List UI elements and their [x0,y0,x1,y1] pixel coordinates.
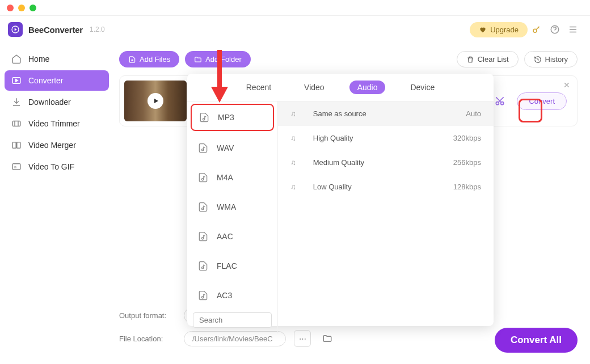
add-files-button[interactable]: Add Files [119,51,179,67]
merger-icon [11,140,22,150]
quality-row-medium[interactable]: ♫ Medium Quality 256kbps [278,150,494,175]
scissors-icon [494,95,505,107]
app-name: BeeConverter [28,25,83,35]
quality-list: ♫ Same as source Auto ♫ High Quality 320… [278,101,494,333]
quality-row-low[interactable]: ♫ Low Quality 128kbps [278,175,494,199]
quality-rate: 128kbps [453,183,481,191]
sidebar-item-gif[interactable]: G Video To GIF [5,156,109,177]
close-icon[interactable]: ✕ [563,81,570,90]
app-version: 1.2.0 [90,26,105,33]
clear-list-label: Clear List [478,55,509,64]
sidebar-item-home[interactable]: Home [5,49,109,69]
audio-file-icon [197,259,209,273]
format-label: AC3 [217,291,232,300]
window-close-button[interactable] [7,5,14,11]
format-label: FLAC [217,261,237,270]
key-icon[interactable] [528,20,546,39]
svg-marker-5 [16,79,18,82]
history-label: History [545,55,568,64]
add-folder-label: Add Folder [205,55,242,64]
video-thumbnail[interactable] [124,81,187,121]
sidebar-item-label: Home [28,54,49,64]
play-icon [148,93,163,109]
format-item-aac[interactable]: AAC [187,222,277,251]
menu-icon[interactable] [564,20,582,39]
svg-rect-8 [17,142,20,149]
audio-file-icon [197,230,209,243]
clear-list-button[interactable]: Clear List [457,51,519,67]
tab-video[interactable]: Video [296,81,332,94]
format-item-wav[interactable]: WAV [187,133,277,163]
music-note-icon: ♫ [290,158,296,167]
format-item-mp3[interactable]: MP3 [191,104,274,131]
history-button[interactable]: History [524,51,578,67]
upgrade-label: Upgrade [490,26,519,34]
quality-rate: 256kbps [453,158,481,167]
quality-label: Same as source [313,109,449,118]
audio-file-icon [197,200,209,214]
help-icon[interactable] [546,20,564,39]
quality-label: Low Quality [313,183,436,191]
format-label: WAV [217,143,234,153]
tab-audio[interactable]: Audio [349,81,386,94]
format-item-ac3[interactable]: AC3 [187,281,277,310]
sidebar-item-trimmer[interactable]: Video Trimmer [5,113,109,134]
format-item-flac[interactable]: FLAC [187,251,277,281]
quality-rate: 320kbps [453,134,481,142]
app-header: BeeConverter 1.2.0 Upgrade [0,16,590,43]
tab-device[interactable]: Device [402,81,442,94]
convert-all-button[interactable]: Convert All [495,328,578,353]
output-format-label: Output format: [119,311,176,320]
quality-rate: Auto [466,109,481,118]
audio-file-icon [197,141,209,155]
format-panel-tabs: Recent Video Audio Device [187,74,494,101]
sidebar-item-label: Video Trimmer [28,119,80,128]
sidebar-item-downloader[interactable]: Downloader [5,92,109,112]
window-minimize-button[interactable] [18,5,25,11]
sidebar-item-label: Video Merger [28,141,76,150]
svg-point-2 [533,29,537,32]
home-icon [11,54,22,64]
sidebar-item-merger[interactable]: Video Merger [5,135,109,155]
window-titlebar [0,0,590,16]
sidebar: Home Converter Downloader Video Trimmer … [0,43,113,364]
svg-marker-11 [154,99,158,103]
audio-file-icon [197,289,209,302]
history-icon [534,56,542,64]
main-toolbar: Add Files Add Folder Clear List History [119,51,578,67]
converter-icon [11,75,22,86]
folder-plus-icon [194,56,202,64]
format-item-m4a[interactable]: M4A [187,163,277,192]
quality-row-same[interactable]: ♫ Same as source Auto [278,101,494,126]
file-plus-icon [128,56,136,64]
app-logo [8,22,23,37]
format-label: MP3 [218,113,234,122]
format-item-wma[interactable]: WMA [187,192,277,222]
svg-text:G: G [14,166,17,169]
upgrade-button[interactable]: Upgrade [470,22,528,37]
download-icon [11,97,22,107]
heart-icon [479,26,487,33]
sidebar-item-label: Video To GIF [28,162,74,171]
tab-recent[interactable]: Recent [238,81,279,94]
sidebar-item-label: Converter [28,76,63,85]
format-search-input[interactable] [193,312,272,328]
format-label: WMA [217,202,236,211]
quality-label: Medium Quality [313,158,436,167]
add-folder-button[interactable]: Add Folder [185,51,251,67]
svg-rect-6 [12,121,20,126]
sidebar-item-converter[interactable]: Converter [5,70,109,91]
convert-button[interactable]: Convert [517,92,567,110]
trash-icon [466,56,474,64]
audio-file-icon [199,111,210,124]
format-label: AAC [217,232,233,241]
svg-rect-7 [12,142,16,149]
format-panel: Recent Video Audio Device MP3 WAV M4A WM… [187,74,494,326]
window-maximize-button[interactable] [30,5,36,11]
sidebar-item-label: Downloader [28,98,71,107]
quality-row-high[interactable]: ♫ High Quality 320kbps [278,126,494,150]
folder-icon [322,333,332,344]
music-note-icon: ♫ [290,134,296,142]
music-note-icon: ♫ [290,183,296,191]
quality-label: High Quality [313,134,436,142]
